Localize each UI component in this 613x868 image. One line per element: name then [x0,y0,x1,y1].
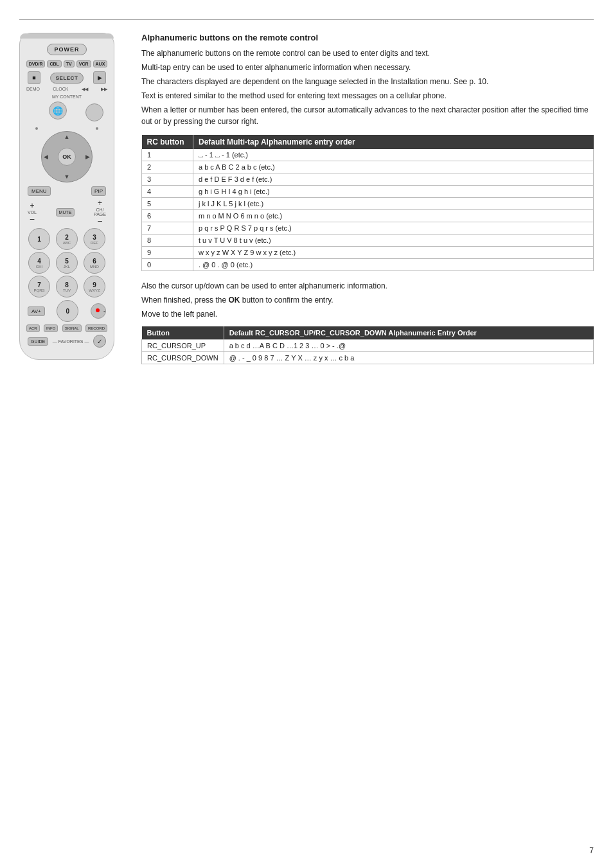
demo-label: DEMO [26,87,40,92]
info-button[interactable]: INFO [44,324,58,332]
vcr-button[interactable]: VCR [76,60,91,67]
menu-button[interactable]: MENU [28,186,51,196]
labels-row: DEMO CLOCK ◀◀ ▶▶ [25,87,109,92]
main-table-cell-entry: d e f D E F 3 d e f (etc.) [193,173,594,186]
main-table-cell-rc: 6 [142,210,193,222]
nav-right-arrow[interactable]: ▶ [85,154,90,160]
vol-col: + VOL – [28,201,37,224]
second-table-row: RC_CURSOR_DOWN@ . - _ 0 9 8 7 … Z Y X … … [142,352,594,364]
nav-left-arrow[interactable]: ◀ [44,154,48,160]
tv-button[interactable]: TV [64,60,75,67]
intro-para-5: When a letter or number has been entered… [141,104,594,127]
acr-button[interactable]: ACR [26,324,40,332]
signal-button[interactable]: SIGNAL [62,324,82,332]
cbl-button[interactable]: CBL [47,60,61,67]
vol-plus[interactable]: + [30,201,35,210]
main-table-cell-entry: . @ 0 . @ 0 (etc.) [193,259,594,271]
after-para-1: Also the cursor up/down can be used to e… [141,280,594,292]
intro-para-1: The alphanumeric buttons on the remote c… [141,48,594,59]
nav-down-arrow[interactable]: ▼ [64,173,70,180]
check-button[interactable]: ✓ [93,335,106,348]
main-table-row: 5j k l J K L 5 j k l (etc.) [142,198,594,210]
ch-label: CH/PAGE [94,208,106,217]
after-para-3: Move to the left panel. [141,308,594,320]
guide-button[interactable]: GUIDE [28,337,48,346]
ch-plus[interactable]: + [98,199,102,208]
second-table-cell-entry: @ . - _ 0 9 8 7 … Z Y X … z y x … c b a [224,352,593,364]
main-table-cell-entry: t u v T U V 8 t u v (etc.) [193,235,594,247]
dash-button[interactable]: - [91,303,106,319]
second-table-header-btn: Button [142,326,224,340]
second-table-cell-btn: RC_CURSOR_DOWN [142,352,224,364]
dot-left [35,127,38,130]
second-table-cell-btn: RC_CURSOR_UP [142,340,224,352]
main-table-cell-entry: m n o M N O 6 m n o (etc.) [193,210,594,222]
num-2-button[interactable]: 2ABC [56,228,78,250]
av-button[interactable]: AV+ [28,306,45,316]
text-column: Alphanumeric buttons on the remote contr… [141,33,594,364]
main-table-cell-entry: a b c A B C 2 a b c (etc.) [193,161,594,173]
main-table-row: 3d e f D E F 3 d e f (etc.) [142,173,594,186]
num-0-button[interactable]: 0 [57,300,78,322]
intro-para-3: The characters displayed are dependent o… [141,76,594,87]
function-buttons-row: ACR INFO SIGNAL RECORD [25,324,109,332]
num-6-button[interactable]: 6MNO [84,252,105,274]
main-table-row: 8t u v T U V 8 t u v (etc.) [142,235,594,247]
main-table-cell-entry: g h i G H I 4 g h i (etc.) [193,186,594,198]
top-rule [19,19,594,20]
main-table-cell-rc: 9 [142,247,193,259]
main-table-row: 6m n o M N O 6 m n o (etc.) [142,210,594,222]
bottom-nav-row: GUIDE — FAVORITES — ✓ [25,335,109,348]
av-zero-dash-row: AV+ 0 - [25,300,109,322]
extra-button[interactable] [85,103,103,121]
dot-right [96,127,98,130]
num-1-button[interactable]: 1 [28,228,50,250]
main-table-row: 1 ⎵ - 1 ⎵ - 1 (etc.) [142,149,594,161]
intro-para-2: Multi-tap entry can be used to enter alp… [141,62,594,73]
num-7-button[interactable]: 7PQRS [28,276,50,297]
transport-row: ■ SELECT ▶ [25,71,109,84]
num-5-button[interactable]: 5JKL [56,252,78,274]
stop-button[interactable]: ■ [28,71,40,84]
play-button[interactable]: ▶ [93,71,106,84]
power-row: POWER [25,44,109,55]
main-table-cell-rc: 2 [142,161,193,173]
source-row: DVD/R CBL TV VCR AUX [25,60,109,67]
main-table-cell-entry: w x y z W X Y Z 9 w x y z (etc.) [193,247,594,259]
main-table-row: 0. @ 0 . @ 0 (etc.) [142,259,594,271]
second-table-header-entry: Default RC_CURSOR_UP/RC_CURSOR_DOWN Alph… [224,326,593,340]
page-number: 7 [589,846,594,855]
numpad: 1 2ABC 3DEF 4GHI 5JKL 6MNO 7PQRS 8TUV 9W… [25,228,109,297]
clock-label: CLOCK [53,87,68,92]
ch-minus[interactable]: – [98,217,102,226]
vol-label: VOL [28,210,37,215]
main-table-cell-rc: 1 [142,149,193,161]
main-table-cell-rc: 4 [142,186,193,198]
main-table-row: 2a b c A B C 2 a b c (etc.) [142,161,594,173]
second-table: Button Default RC_CURSOR_UP/RC_CURSOR_DO… [141,326,594,364]
page: POWER DVD/R CBL TV VCR AUX ■ SELECT ▶ [0,0,613,868]
pip-button[interactable]: PIP [91,186,106,196]
ok-button[interactable]: OK [58,148,76,166]
aux-button[interactable]: AUX [93,60,108,67]
select-button[interactable]: SELECT [50,73,84,84]
num-9-button[interactable]: 9WXYZ [84,276,105,297]
main-table-cell-entry: p q r s P Q R S 7 p q r s (etc.) [193,222,594,235]
dvdr-button[interactable]: DVD/R [26,60,46,67]
menu-pip-row: MENU PIP [25,186,109,196]
second-table-row: RC_CURSOR_UPa b c d …A B C D …1 2 3 … 0 … [142,340,594,352]
nav-up-arrow[interactable]: ▲ [64,134,70,140]
power-button[interactable]: POWER [47,44,86,55]
num-8-button[interactable]: 8TUV [56,276,78,297]
second-table-cell-entry: a b c d …A B C D …1 2 3 … 0 > - .@ [224,340,593,352]
num-4-button[interactable]: 4GHI [28,252,50,274]
record-button[interactable]: RECORD [85,324,107,332]
main-table-cell-rc: 8 [142,235,193,247]
mute-button[interactable]: MUTE [56,208,75,217]
main-table-cell-rc: 5 [142,198,193,210]
num-3-button[interactable]: 3DEF [84,228,105,250]
red-dot [96,308,100,312]
internet-button[interactable]: 🌐 [49,102,67,120]
section-title: Alphanumeric buttons on the remote contr… [141,33,594,42]
vol-minus[interactable]: – [30,215,35,224]
